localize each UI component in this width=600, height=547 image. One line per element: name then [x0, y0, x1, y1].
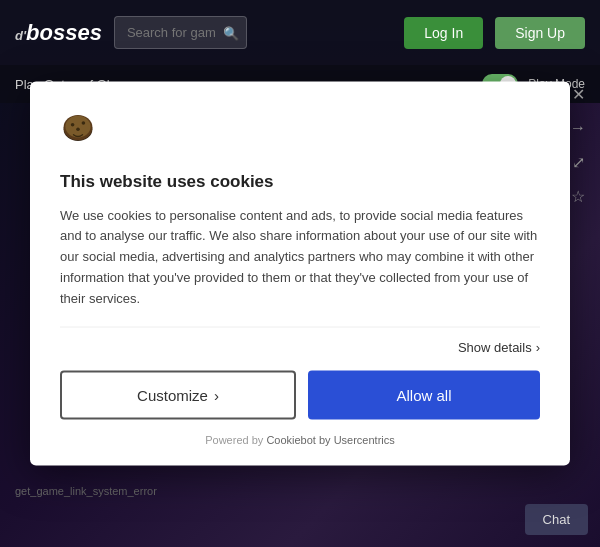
search-icon: 🔍	[223, 25, 239, 40]
svg-point-4	[82, 121, 86, 125]
cookiebot-logo-wrap	[60, 109, 540, 161]
customize-label: Customize	[137, 387, 208, 404]
cookie-actions: Customize › Allow all	[60, 371, 540, 420]
cookiebot-label: Cookiebot by Usercentrics	[266, 434, 394, 446]
customize-arrow-icon: ›	[214, 387, 219, 404]
cookiebot-link[interactable]: Cookiebot by Usercentrics	[266, 434, 394, 446]
header: d'bosses 🔍 Log In Sign Up	[0, 0, 600, 65]
svg-point-2	[65, 115, 90, 137]
show-details-button[interactable]: Show details ›	[458, 340, 540, 355]
powered-by: Powered by Cookiebot by Usercentrics	[60, 434, 540, 446]
customize-button[interactable]: Customize ›	[60, 371, 296, 420]
logo: d'bosses	[15, 20, 102, 46]
cookie-modal-title: This website uses cookies	[60, 171, 540, 191]
cookiebot-logo	[60, 109, 96, 145]
powered-by-text: Powered by	[205, 434, 263, 446]
cookie-modal-body: We use cookies to personalise content an…	[60, 205, 540, 309]
svg-point-3	[71, 123, 75, 127]
show-details-row: Show details ›	[60, 327, 540, 355]
cookie-modal: This website uses cookies We use cookies…	[30, 81, 570, 466]
show-details-label: Show details	[458, 340, 532, 355]
logo-icon: d'	[15, 28, 26, 43]
svg-point-5	[76, 127, 80, 131]
allow-all-button[interactable]: Allow all	[308, 371, 540, 420]
chevron-right-icon: ›	[536, 340, 540, 355]
signup-button[interactable]: Sign Up	[495, 17, 585, 49]
chat-button[interactable]: Chat	[525, 504, 588, 535]
search-bar: 🔍	[114, 16, 247, 49]
error-text: get_game_link_system_error	[15, 485, 157, 497]
login-button[interactable]: Log In	[404, 17, 483, 49]
